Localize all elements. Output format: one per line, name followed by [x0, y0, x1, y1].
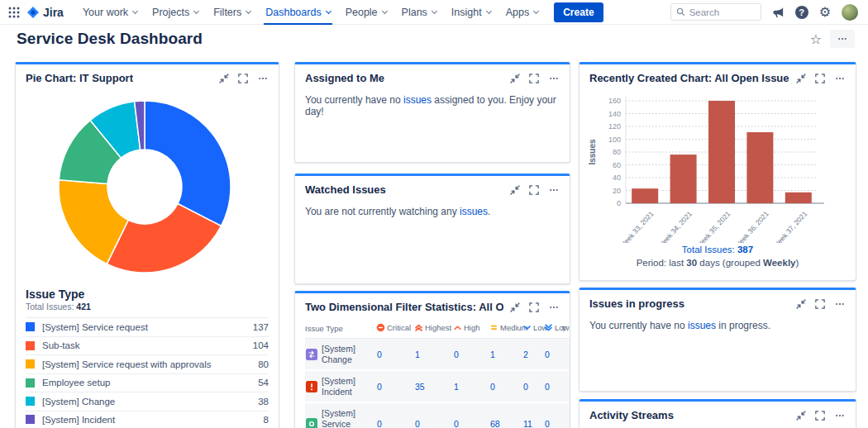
legend-color-chip — [26, 341, 35, 350]
pie-slice[interactable] — [145, 101, 231, 226]
stat-value-link[interactable]: 0 — [415, 419, 420, 428]
legend-row: Sub-task104 — [26, 336, 269, 355]
app-switcher-icon[interactable] — [8, 7, 20, 18]
gadget-more-icon[interactable] — [548, 185, 560, 195]
legend-value: 38 — [258, 397, 269, 407]
issues-link[interactable]: issues — [403, 94, 432, 106]
gadget-more-icon[interactable] — [548, 302, 560, 312]
search-input[interactable] — [689, 7, 756, 17]
bar[interactable] — [785, 193, 812, 203]
bar[interactable] — [632, 188, 658, 203]
column-header-low[interactable]: Low — [522, 320, 544, 339]
stat-value-link[interactable]: 11 — [523, 419, 532, 428]
nav-item-apps[interactable]: Apps — [498, 0, 546, 25]
nav-item-people[interactable]: People — [338, 0, 394, 25]
minimize-gadget-icon[interactable] — [796, 411, 806, 421]
issues-link[interactable]: issues — [688, 320, 716, 331]
minimize-gadget-icon[interactable] — [510, 302, 520, 312]
minimize-gadget-icon[interactable] — [796, 299, 806, 309]
chevron-down-icon — [326, 7, 331, 13]
column-header-highest[interactable]: Highest — [414, 320, 453, 339]
bar[interactable] — [708, 101, 735, 203]
priority-highest-icon — [414, 323, 423, 332]
stat-value-link[interactable]: 0 — [490, 382, 495, 392]
primary-nav: Your workProjectsFiltersDashboardsPeople… — [75, 0, 546, 25]
gadget-more-icon[interactable] — [548, 74, 560, 83]
issue-type-cell[interactable]: [System] Change — [305, 339, 376, 371]
user-avatar[interactable] — [842, 4, 858, 21]
column-header-issue-type[interactable]: Issue Type — [305, 320, 376, 339]
legend-value: 137 — [253, 322, 269, 332]
stat-value-link[interactable]: 2 — [523, 350, 528, 359]
stat-cell: 0 — [544, 339, 561, 371]
stat-value-link[interactable]: 0 — [377, 350, 382, 359]
announcements-icon[interactable] — [772, 6, 785, 18]
stat-value-link[interactable]: 1 — [454, 382, 459, 392]
stat-cell: 0 — [376, 402, 414, 428]
nav-item-filters[interactable]: Filters — [206, 0, 258, 25]
stat-value-link[interactable]: 1 — [490, 350, 495, 359]
minimize-gadget-icon[interactable] — [510, 185, 520, 195]
stat-cell: 1 — [489, 339, 522, 371]
gadget-title: Two Dimensional Filter Statistics: All O… — [305, 301, 503, 313]
maximize-gadget-icon[interactable] — [529, 302, 539, 312]
svg-text:160: 160 — [608, 97, 621, 105]
stat-value-link[interactable]: 0 — [454, 419, 459, 428]
total-issues-link[interactable]: Total Issues: 387 — [579, 245, 856, 254]
dashboard-more-button[interactable] — [830, 30, 855, 48]
stat-cell: 35 — [414, 370, 453, 402]
stat-value-link[interactable]: 0 — [523, 382, 528, 392]
nav-item-projects[interactable]: Projects — [145, 0, 206, 25]
gadget-more-icon[interactable] — [834, 411, 846, 421]
nav-item-insight[interactable]: Insight — [444, 0, 498, 25]
maximize-gadget-icon[interactable] — [529, 74, 539, 83]
minimize-gadget-icon[interactable] — [219, 74, 229, 83]
stat-value-link[interactable]: 1 — [415, 350, 420, 359]
stat-value-link[interactable]: 0 — [454, 350, 459, 359]
priority-lowest-icon — [544, 323, 553, 332]
gadget-more-icon[interactable] — [834, 299, 846, 309]
issue-type-cell[interactable]: [System] Incident — [305, 370, 376, 402]
maximize-gadget-icon[interactable] — [529, 185, 539, 195]
stat-value-link[interactable]: 0 — [545, 382, 550, 392]
minimize-gadget-icon[interactable] — [510, 74, 520, 83]
stat-cell: 1 — [414, 339, 453, 371]
issues-link[interactable]: issues — [460, 206, 488, 217]
stat-cell: 0 — [522, 370, 544, 402]
bar[interactable] — [746, 132, 773, 203]
help-icon[interactable]: ? — [795, 6, 808, 19]
jira-logo[interactable]: Jira — [26, 6, 64, 19]
column-header-high[interactable]: High — [453, 320, 489, 339]
stat-value-link[interactable]: 68 — [490, 419, 500, 428]
maximize-gadget-icon[interactable] — [238, 74, 248, 83]
nav-item-your-work[interactable]: Your work — [75, 0, 145, 25]
gadget-title: Recently Created Chart: All Open Issues — [589, 72, 789, 84]
stat-value-link[interactable]: 0 — [545, 350, 550, 359]
column-header-critical[interactable]: Critical — [376, 320, 414, 339]
stat-value-link[interactable]: 0 — [377, 419, 382, 428]
create-button[interactable]: Create — [554, 2, 603, 22]
settings-icon[interactable]: ⚙ — [819, 6, 831, 19]
legend-color-chip — [26, 415, 35, 424]
minimize-gadget-icon[interactable] — [796, 74, 806, 83]
gadget-title: Pie Chart: IT Support — [26, 72, 133, 84]
column-header-medium[interactable]: Medium — [489, 320, 522, 339]
gadget-recently-created-chart: Recently Created Chart: All Open Issues … — [579, 62, 856, 281]
stat-cell: 0 — [544, 402, 561, 428]
stat-value-link[interactable]: 0 — [377, 382, 382, 392]
gadget-more-icon[interactable] — [834, 74, 846, 83]
gadget-more-icon[interactable] — [257, 74, 269, 83]
column-header-lowest[interactable]: Lowest — [544, 320, 561, 339]
stat-cell: 0 — [376, 370, 414, 402]
maximize-gadget-icon[interactable] — [815, 299, 825, 309]
maximize-gadget-icon[interactable] — [815, 411, 825, 421]
nav-item-dashboards[interactable]: Dashboards — [258, 0, 337, 25]
nav-item-plans[interactable]: Plans — [394, 0, 444, 25]
stat-value-link[interactable]: 35 — [415, 382, 425, 392]
issue-type-cell[interactable]: [System] Service request — [305, 402, 376, 428]
maximize-gadget-icon[interactable] — [815, 74, 825, 83]
stat-value-link[interactable]: 0 — [545, 419, 550, 428]
bar[interactable] — [670, 155, 697, 203]
star-favorite-icon[interactable]: ☆ — [810, 31, 822, 47]
search-box[interactable] — [670, 3, 761, 21]
